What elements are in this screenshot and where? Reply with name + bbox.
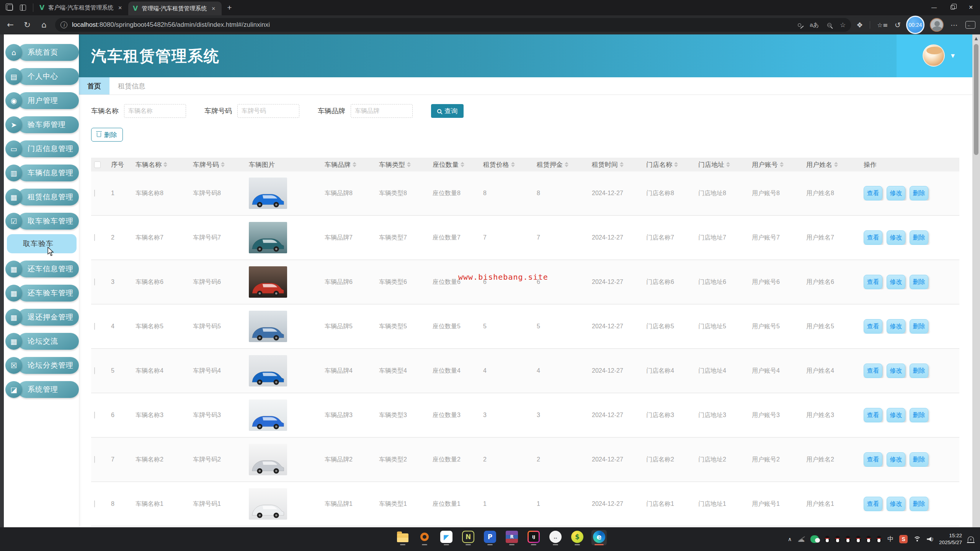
sidebar-item-7[interactable]: ▦租赁信息管理 — [5, 188, 79, 206]
delete-button[interactable]: 删除 — [910, 452, 928, 467]
qq-icon[interactable] — [856, 536, 861, 543]
sidebar-item-9[interactable]: ▦还车信息管理 — [5, 260, 79, 278]
refresh-icon[interactable]: ↻ — [21, 20, 33, 29]
sidebar-item-1[interactable]: ⌂系统首页 — [5, 44, 79, 61]
sidebar-item-12[interactable]: ▦论坛交流 — [5, 333, 79, 350]
search-input-2[interactable] — [237, 104, 299, 118]
delete-button[interactable]: 删除 — [910, 230, 928, 245]
select-all-checkbox[interactable] — [91, 161, 108, 168]
column-header-租赁价格[interactable]: 租赁价格 — [480, 160, 534, 169]
view-button[interactable]: 查看 — [864, 319, 882, 334]
column-header-用户账号[interactable]: 用户账号 — [749, 160, 803, 169]
view-button[interactable]: 查看 — [864, 497, 882, 511]
copilot-sidebar-icon[interactable]: ← — [965, 21, 975, 29]
search-input-3[interactable] — [351, 104, 413, 118]
row-checkbox[interactable] — [94, 323, 95, 330]
clock[interactable]: 15:22 2025/5/27 — [939, 532, 962, 546]
column-header-车辆名称[interactable]: 车辆名称 — [132, 160, 190, 169]
navicat-icon[interactable]: N — [461, 530, 476, 545]
sogou-icon[interactable]: S — [899, 535, 908, 543]
edit-button[interactable]: 修改 — [887, 497, 905, 511]
new-tab-button[interactable]: + — [227, 3, 232, 12]
column-header-用户姓名[interactable]: 用户姓名 — [803, 160, 861, 169]
sidebar-item-4[interactable]: ➤验车师管理 — [5, 116, 79, 134]
close-button[interactable]: ✕ — [962, 0, 980, 15]
row-checkbox[interactable] — [94, 367, 95, 374]
money-app-icon[interactable]: $ — [570, 530, 585, 545]
chat-app-icon[interactable]: ‥ — [548, 530, 563, 545]
sort-carets-icon[interactable] — [353, 162, 356, 167]
row-checkbox[interactable] — [94, 190, 95, 197]
sort-carets-icon[interactable] — [726, 162, 730, 167]
sidebar-item-2[interactable]: ▤个人中心 — [5, 68, 79, 85]
sidebar-item-11[interactable]: ▦退还押金管理 — [5, 308, 79, 326]
user-avatar[interactable] — [923, 44, 945, 67]
sidebar-item-10[interactable]: ▦还车验车管理 — [5, 284, 79, 302]
edit-button[interactable]: 修改 — [887, 230, 905, 245]
tab-home[interactable]: 首页 — [79, 77, 109, 95]
sort-carets-icon[interactable] — [511, 162, 515, 167]
view-button[interactable]: 查看 — [864, 408, 882, 422]
sort-carets-icon[interactable] — [620, 162, 624, 167]
screen-time-badge[interactable]: 00:24 — [906, 16, 924, 34]
minimize-button[interactable]: — — [925, 0, 943, 15]
search-input-1[interactable] — [124, 104, 186, 118]
column-header-门店名称[interactable]: 门店名称 — [643, 160, 695, 169]
edge-icon[interactable]: e — [591, 530, 607, 545]
password-icon[interactable] — [798, 23, 801, 27]
delete-button[interactable]: 删除 — [91, 128, 123, 142]
scrollbar-thumb[interactable] — [974, 44, 978, 155]
delete-button[interactable]: 删除 — [910, 408, 928, 422]
edit-button[interactable]: 修改 — [887, 452, 905, 467]
sort-carets-icon[interactable] — [407, 162, 411, 167]
edit-button[interactable]: 修改 — [887, 364, 905, 378]
tray-chevron-icon[interactable]: ∧ — [788, 536, 792, 542]
column-header-车辆品牌[interactable]: 车辆品牌 — [322, 160, 376, 169]
column-header-车辆类型[interactable]: 车辆类型 — [376, 160, 430, 169]
view-button[interactable]: 查看 — [864, 364, 882, 378]
vertical-tabs-icon[interactable] — [20, 5, 26, 11]
edit-button[interactable]: 修改 — [887, 186, 905, 201]
winrar-icon[interactable]: R — [504, 530, 519, 545]
browser-profile-avatar[interactable] — [930, 18, 944, 32]
qq-icon[interactable] — [845, 536, 851, 543]
sidebar-item-14[interactable]: ◪系统管理 — [5, 381, 79, 398]
sidebar-subitem-取车验车[interactable]: 取车验车 — [7, 234, 77, 253]
user-menu[interactable]: ▼ — [923, 44, 955, 67]
view-button[interactable]: 查看 — [864, 230, 882, 245]
intellij-idea-icon[interactable]: IJ — [526, 530, 541, 545]
sort-carets-icon[interactable] — [780, 162, 784, 167]
more-menu-icon[interactable]: ⋯ — [951, 21, 959, 29]
start-button[interactable] — [373, 530, 389, 545]
file-explorer-icon[interactable] — [395, 530, 410, 545]
sidebar-item-3[interactable]: ◉用户管理 — [5, 92, 79, 109]
pycharm-icon[interactable]: P — [482, 530, 498, 545]
column-header-门店地址[interactable]: 门店地址 — [695, 160, 749, 169]
delete-button[interactable]: 删除 — [910, 364, 928, 378]
row-checkbox[interactable] — [94, 279, 95, 285]
tab-search-icon[interactable] — [7, 5, 13, 11]
delete-button[interactable]: 删除 — [910, 275, 928, 289]
qq-icon[interactable] — [835, 536, 840, 543]
restore-button[interactable] — [943, 0, 962, 15]
onedrive-icon[interactable]: ☁ — [797, 535, 805, 544]
delete-button[interactable]: 删除 — [910, 186, 928, 201]
sort-carets-icon[interactable] — [221, 162, 225, 167]
query-button[interactable]: 查询 — [431, 104, 464, 118]
wechat-icon[interactable] — [810, 535, 819, 543]
sidebar-item-13[interactable]: ☒论坛分类管理 — [5, 357, 79, 374]
site-info-icon[interactable]: i — [60, 21, 67, 28]
scroll-up-icon[interactable]: ▲ — [975, 36, 978, 41]
row-checkbox[interactable] — [94, 500, 95, 507]
extensions-icon[interactable]: ❖ — [856, 21, 863, 29]
delete-button[interactable]: 删除 — [910, 497, 928, 511]
home-icon[interactable]: ⌂ — [38, 20, 50, 29]
close-tab-icon[interactable]: ✕ — [211, 6, 216, 11]
sort-carets-icon[interactable] — [163, 162, 167, 167]
delete-button[interactable]: 删除 — [910, 319, 928, 334]
checkbox[interactable] — [94, 161, 101, 168]
browser-tab-client[interactable]: V 客户端-汽车租赁管理系统 ✕ — [35, 1, 128, 14]
qq-icon[interactable] — [866, 536, 871, 543]
wifi-icon[interactable] — [913, 536, 921, 542]
view-button[interactable]: 查看 — [864, 452, 882, 467]
